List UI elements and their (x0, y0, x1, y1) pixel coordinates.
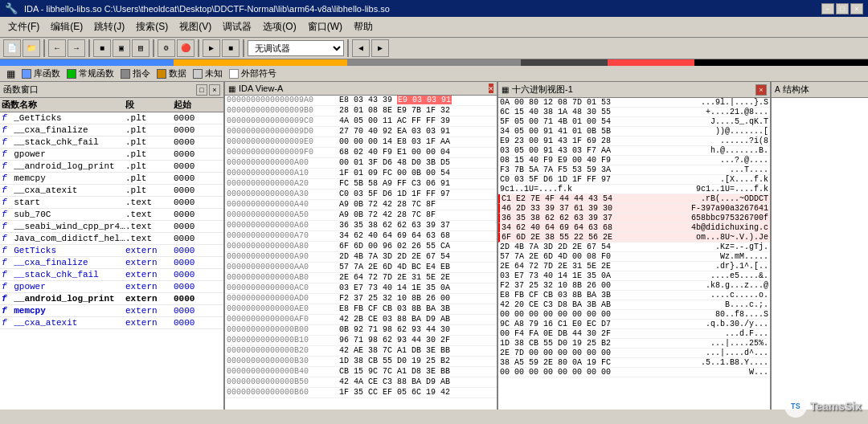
hex-row[interactable]: 00 00 00 00 00 00 00 00 W... (498, 368, 770, 377)
toolbar-btn-fwd[interactable]: → (68, 39, 85, 57)
func-row[interactable]: f sub_70C.text0000 (0, 209, 223, 221)
ida-row[interactable]: 00000000000000A902D 4B 7A 3D 2D 2E 67 54… (225, 252, 497, 263)
hex-row[interactable]: C0 03 5F D6 1D 1F FF 97 .[X....f.k (498, 175, 770, 185)
func-row[interactable]: f _GetTicks.plt0000 (0, 112, 223, 124)
func-row[interactable]: f memcpy.plt0000 (0, 173, 223, 185)
toolbar-btn-extra2[interactable]: ▶ (371, 39, 389, 57)
debug-dropdown[interactable]: 无调试器 (248, 40, 344, 56)
menu-item-s[interactable]: 搜索(S) (131, 18, 173, 35)
func-row[interactable]: f __android_log_print.plt0000 (0, 161, 223, 173)
hex-row[interactable]: 2D 4B 7A 3D 2D 2E 67 54 .Kz=.-.gTj. (498, 243, 770, 252)
hex-row[interactable]: 9c1..1U=....f.k 9c1..1U=....f.k (498, 185, 770, 194)
menu-item-o[interactable]: 选项(O) (258, 18, 301, 35)
ida-row[interactable]: 00000000000000AC003 E7 73 40 14 1E 35 0A… (225, 283, 497, 294)
ida-row[interactable]: 00000000000000AD0F2 37 25 32 10 8B 26 00… (225, 294, 497, 304)
func-row[interactable]: f __stack_chk_fail.plt0000 (0, 137, 223, 149)
toolbar-btn-new[interactable]: 📄 (3, 39, 21, 57)
hex-row[interactable]: 1D 38 CB 55 D0 19 25 B2 ...|....25%. (498, 339, 770, 349)
ida-row[interactable]: 0000000000000009D027 70 40 92 EA 03 03 9… (225, 127, 497, 137)
hex-row[interactable]: 57 7A 2E 6D 4D 00 08 F0 Wz.mM..... (498, 252, 770, 262)
ida-row[interactable]: 00000000000000AA057 7A 2E 6D 4D BC E4 EB… (225, 263, 497, 273)
hex-row[interactable]: F2 37 25 32 10 8B 26 00 .k8.g...z...@ (498, 281, 770, 291)
ida-panel-close-btn[interactable]: × (489, 84, 493, 93)
hex-row[interactable]: 03 05 00 91 43 03 F7 AA h.@.......B. (498, 146, 770, 156)
menu-item-[interactable]: 帮助 (349, 18, 378, 35)
func-row[interactable]: f memcpyextern0000 (0, 305, 223, 317)
menu-item-e[interactable]: 编辑(E) (46, 18, 88, 35)
hex-row[interactable]: 38 A5 59 2E 80 0A 19 FC .5..1.B8.Y.... (498, 358, 770, 368)
func-panel-float-btn[interactable]: □ (196, 84, 207, 96)
hex-row[interactable]: E9 23 00 91 43 1F 69 28 ......?i(8 (498, 137, 770, 146)
func-row[interactable]: f Java_com_didictf_hellolibs_MainActivit… (0, 233, 223, 245)
ida-row[interactable]: 00000000000000B000B 92 71 98 62 93 44 30… (225, 325, 497, 336)
ida-row[interactable]: 00000000000000B2042 AE 38 7C A1 DB 3E BB… (225, 346, 497, 357)
hex-row[interactable]: 34 62 40 64 69 64 63 68 4b@didichuxing.c (498, 223, 770, 233)
ida-row[interactable]: 00000000000000A40A9 0B 72 42 28 7C 8F .r… (225, 200, 497, 210)
ida-row[interactable]: 0000000000000009B028 01 08 8E E9 7B 1F 3… (225, 106, 497, 116)
ida-row[interactable]: 00000000000000B301D 38 CB 55 D0 19 25 B2… (225, 357, 497, 367)
hex-row[interactable]: 00 00 00 00 00 00 00 00 80..f8....S (498, 310, 770, 320)
ida-row[interactable]: 00000000000000A7034 62 40 64 69 64 63 68… (225, 231, 497, 242)
menu-item-[interactable]: 调试器 (218, 18, 256, 35)
hex-row[interactable]: 36 35 38 62 62 63 39 37 658bbc975326700f (498, 214, 770, 223)
func-row[interactable]: f __cxa_atexitextern0000 (0, 317, 223, 329)
ida-row[interactable]: 0000000000000009F068 02 40 F9 E1 00 00 0… (225, 148, 497, 158)
ida-row[interactable]: 00000000000000B1096 71 98 62 93 44 30 2F… (225, 336, 497, 346)
ida-row[interactable]: 0000000000000009C04A 05 00 11 AC FF FF 3… (225, 116, 497, 127)
ida-row[interactable]: 00000000000000A6036 35 38 62 62 63 39 37… (225, 221, 497, 231)
ida-row[interactable]: 0000000000000009A0E8 03 43 39 E9 03 03 9… (225, 96, 497, 106)
ida-row[interactable]: 00000000000000A30C0 03 5F D6 1D 1F FF 97… (225, 190, 497, 200)
toolbar-btn-1[interactable]: ■ (93, 39, 111, 57)
hex-row[interactable]: 0A 00 80 12 08 7D 01 53 ...9l.|....}.S (498, 98, 770, 108)
func-row[interactable]: f __stack_chk_failextern0000 (0, 269, 223, 281)
toolbar-btn-stop[interactable]: ■ (222, 39, 240, 57)
ida-row[interactable]: 00000000000000AF042 2B CE 03 88 BA D9 AB… (225, 315, 497, 325)
func-row[interactable]: f __cxa_finalizeextern0000 (0, 257, 223, 269)
ida-row[interactable]: 00000000000000A50A9 0B 72 42 28 7C 8F F-… (225, 210, 497, 221)
menu-item-f[interactable]: 文件(F) (3, 18, 44, 35)
hex-row[interactable]: C1 E2 7E 4F 44 44 43 54 .rB(....~ODDCT (498, 194, 770, 204)
func-row[interactable]: f __seabi_wind_cpp_pr45(char *).text0000 (0, 221, 223, 233)
hex-row[interactable]: 08 15 40 F9 E9 00 40 F9 ...?.@.... (498, 156, 770, 165)
toolbar-btn-back[interactable]: ← (48, 39, 66, 57)
func-row[interactable]: f GetTicksextern0000 (0, 245, 223, 257)
hex-row[interactable]: 2E 64 72 7D 2E 31 5E 2E .dr}.1^.[.. (498, 262, 770, 271)
func-row[interactable]: f __cxa_finalize.plt0000 (0, 124, 223, 137)
hex-row[interactable]: 5F 05 00 71 4B 01 00 54 J....5_.qK.T (498, 117, 770, 127)
hex-row[interactable]: E8 FB CF CB 03 8B BA 3B ....c.....o. (498, 291, 770, 300)
toolbar-btn-2[interactable]: ▣ (113, 39, 130, 57)
hex-row[interactable]: 42 20 CE C3 D8 BA 3B AB B....c.;. (498, 300, 770, 310)
toolbar-btn-extra1[interactable]: ◀ (352, 39, 370, 57)
func-row[interactable]: f gpowerextern0000 (0, 281, 223, 293)
toolbar-btn-run[interactable]: ▶ (203, 39, 220, 57)
minimize-btn[interactable]: − (821, 3, 834, 14)
ida-row[interactable]: 00000000000000B5042 4A CE C3 88 BA D9 AB… (225, 377, 497, 388)
hex-panel-close-btn[interactable]: × (755, 84, 767, 96)
ida-row[interactable]: 00000000000000AB02E 64 72 7D 2E 31 5E 2E… (225, 273, 497, 283)
func-row[interactable]: f gpower.plt0000 (0, 149, 223, 161)
toolbar-btn-5[interactable]: 🔴 (177, 39, 194, 57)
toolbar-btn-4[interactable]: ⚙ (158, 39, 175, 57)
hex-row[interactable]: F3 7B 5A 7A F5 53 59 3A ...T.... (498, 165, 770, 175)
hex-row[interactable]: 46 2D 33 39 37 61 39 30 F-397a90a3267641 (498, 204, 770, 214)
menu-item-j[interactable]: 跳转(J) (89, 18, 129, 35)
menu-item-w[interactable]: 窗口(W) (303, 18, 347, 35)
maximize-btn[interactable]: □ (836, 3, 849, 14)
ida-row[interactable]: 00000000000000AE0E8 FB CF CB 03 8B BA 3B… (225, 304, 497, 315)
func-row[interactable]: f start.text0000 (0, 197, 223, 209)
ida-row[interactable]: 00000000000000A806F 6D 00 96 02 26 55 CA… (225, 242, 497, 252)
hex-row[interactable]: 9C A8 79 16 C1 E0 EC D7 .q.b.30./y... (498, 320, 770, 329)
toolbar-btn-3[interactable]: ▤ (132, 39, 149, 57)
hex-row[interactable]: 34 05 00 91 41 01 0B 5B ))@.......[ (498, 127, 770, 137)
menu-item-v[interactable]: 视图(V) (174, 18, 216, 35)
hex-row[interactable]: 6C 15 40 38 1A 48 30 55 +....21.@8... (498, 108, 770, 117)
func-row[interactable]: f __cxa_atexit.plt0000 (0, 185, 223, 197)
close-btn[interactable]: × (850, 3, 863, 14)
ida-row[interactable]: 00000000000000A0000 01 3F D6 48 D0 3B D5… (225, 158, 497, 169)
hex-row[interactable]: 2E 7D 00 00 00 00 00 00 ...|....d^... (498, 349, 770, 358)
hex-row[interactable]: 03 E7 73 40 14 1E 35 0A ....e5....&. (498, 271, 770, 281)
ida-row[interactable]: 00000000000000B40CB 15 9C 7C A1 D8 3E BB… (225, 367, 497, 377)
hex-row[interactable]: 6F 6D 2E 38 55 22 56 2E om...8U~.V.).Je (498, 233, 770, 243)
ida-row[interactable]: 00000000000000A101F 01 09 FC 00 0B 00 54… (225, 169, 497, 179)
func-panel-close-btn[interactable]: × (209, 84, 220, 96)
